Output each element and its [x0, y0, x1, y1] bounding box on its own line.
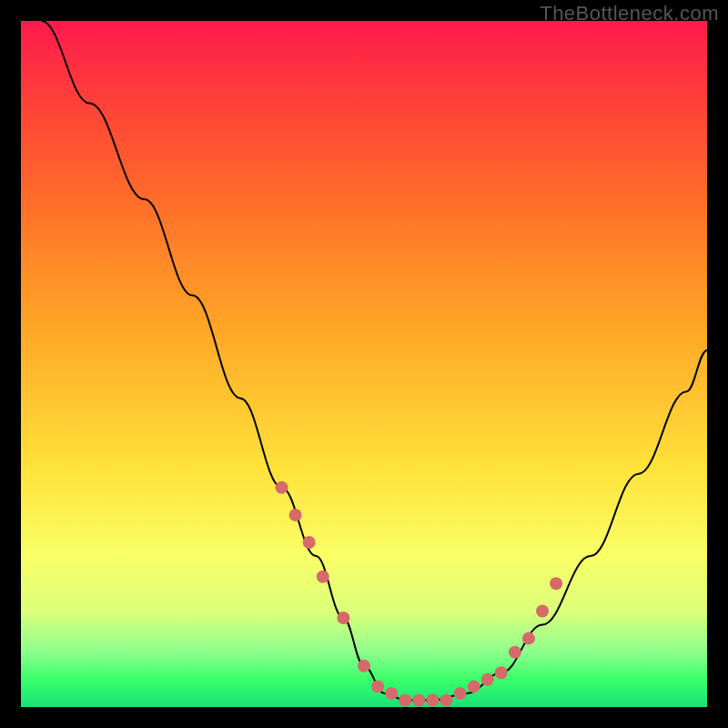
highlight-dot [303, 536, 316, 549]
highlight-dot [468, 680, 480, 693]
highlight-dot [371, 680, 384, 693]
highlight-dot [385, 687, 398, 700]
highlight-dot [289, 509, 302, 521]
highlight-dot [276, 481, 288, 494]
highlight-dots [276, 481, 563, 707]
highlight-dot [412, 693, 425, 706]
highlight-dot [495, 666, 508, 679]
highlight-dot [358, 660, 370, 672]
highlight-dot [454, 687, 467, 700]
highlight-dot [509, 646, 521, 659]
highlight-dot [399, 693, 411, 706]
chart-plot-area [21, 21, 707, 707]
bottleneck-curve [42, 21, 707, 700]
highlight-dot [317, 571, 329, 583]
highlight-dot [522, 632, 535, 645]
highlight-dot [536, 604, 549, 617]
highlight-dot [426, 693, 439, 706]
highlight-dot [440, 693, 452, 706]
highlight-dot [481, 673, 494, 686]
watermark-text: TheBottleneck.com [540, 2, 719, 25]
highlight-dot [550, 577, 562, 590]
highlight-dot [337, 612, 349, 624]
chart-svg [21, 21, 707, 707]
